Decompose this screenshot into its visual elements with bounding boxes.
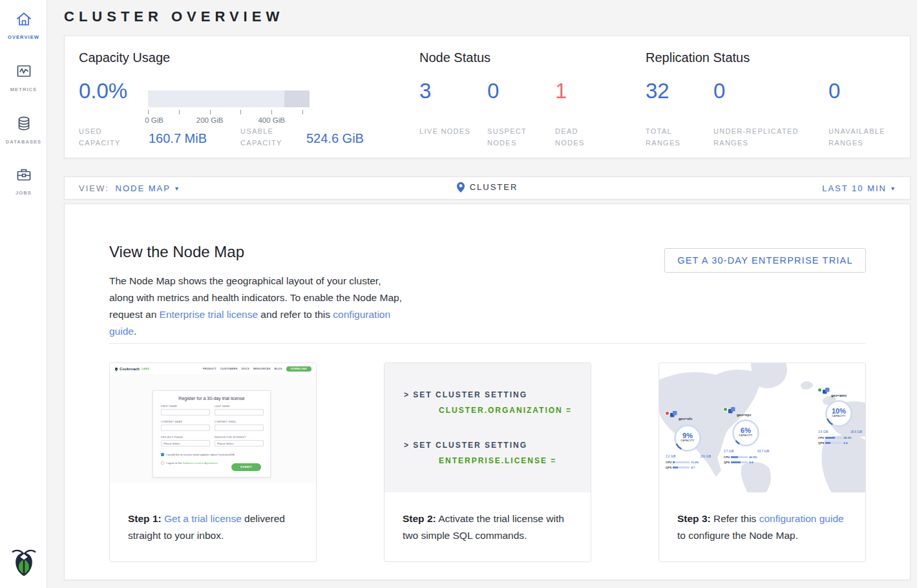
- replication-status-title: Replication Status: [646, 50, 750, 65]
- node-map-panel: View the Node Map The Node Map shows the…: [64, 204, 911, 580]
- breadcrumb: CLUSTER: [65, 182, 910, 194]
- brand-suffix: LABS: [142, 367, 149, 370]
- under-replicated-value: 0: [713, 79, 725, 103]
- view-label: VIEW:: [79, 184, 109, 193]
- node-status-title: Node Status: [419, 50, 490, 65]
- sidebar-item-metrics[interactable]: METRICS: [0, 62, 47, 92]
- capacity-gauge: 9%CAPACITY: [673, 424, 702, 452]
- dead-nodes-label: DEAD NODES: [555, 125, 607, 149]
- sidebar-item-databases[interactable]: DATABASES: [0, 114, 47, 145]
- live-nodes-label: LIVE NODES: [419, 125, 471, 137]
- breadcrumb-cluster[interactable]: CLUSTER: [457, 182, 518, 193]
- node-cubes-icon: [728, 407, 735, 414]
- mini-nav-item: BLOG: [275, 368, 282, 370]
- view-bar: VIEW: NODE MAP ▾ CLUSTER LAST 10 MIN ▾: [64, 176, 911, 200]
- cockroachdb-logo[interactable]: [0, 548, 47, 579]
- gauge-label: CAPACITY: [732, 434, 760, 437]
- capacity-total: 101 GiB: [700, 455, 711, 458]
- locality-name: geo=ams: [831, 394, 847, 397]
- usable-capacity-label: USABLE CAPACITY: [240, 125, 299, 149]
- mini-nav-item: RESOURCES: [253, 368, 271, 370]
- get-trial-license-link[interactable]: Get a trial license: [164, 513, 242, 524]
- mini-checkbox-label: I would like to receive email updates ab…: [166, 453, 235, 456]
- node-map-title: View the Node Map: [109, 243, 244, 261]
- gauge-percent: 9%: [673, 432, 702, 439]
- sql-line: ENTERPRISE.LICENSE =: [439, 456, 556, 465]
- time-range-dropdown[interactable]: LAST 10 MIN ▾: [822, 184, 896, 193]
- mini-select: Please Select: [215, 440, 264, 446]
- home-icon: [15, 19, 33, 30]
- step1-caption: Step 1: Get a trial license delivered st…: [128, 510, 304, 544]
- sidebar-item-label: DATABASES: [0, 139, 47, 145]
- step-text: Refer this: [711, 513, 759, 524]
- description-text: .: [134, 326, 136, 337]
- sidebar: OVERVIEW METRICS DATABASES: [0, 0, 47, 588]
- page-title: CLUSTER OVERVIEW: [64, 8, 284, 25]
- qps-value: 8.8: [749, 461, 753, 464]
- capacity-usage-title: Capacity Usage: [79, 50, 170, 65]
- step-label: Step 2:: [403, 513, 436, 524]
- step2-card: > SET CLUSTER SETTING CLUSTER.ORGANIZATI…: [384, 362, 591, 562]
- status-dot-green: [724, 408, 727, 411]
- enterprise-trial-license-link[interactable]: Enterprise trial license: [160, 309, 258, 320]
- step-label: Step 3:: [677, 513, 711, 524]
- capacity-total: 63.7 GiB: [757, 450, 769, 453]
- mini-select: Please Select: [161, 440, 210, 446]
- sql-code-block: > SET CLUSTER SETTING CLUSTER.ORGANIZATI…: [385, 363, 591, 492]
- capacity-axis-labels: 0 GiB 200 GiB 400 GiB: [148, 116, 302, 125]
- description-text: and refer to this: [258, 309, 333, 320]
- checkbox-icon: [161, 461, 164, 465]
- sidebar-item-jobs[interactable]: JOBS: [0, 165, 47, 196]
- mini-download-button: DOWNLOAD: [286, 366, 311, 372]
- status-dot-green: [818, 388, 821, 392]
- checkbox-checked-icon: [161, 453, 164, 456]
- suspect-nodes-label: SUSPECT NODES: [487, 125, 539, 149]
- locality-ams: geo=ams1 Node 10%CAPACITY 3.6 GiB36.6 Gi…: [818, 388, 865, 411]
- mini-site-links: PRODUCT CUSTOMERS DOCS RESOURCES BLOG DO…: [203, 366, 311, 372]
- cpu-value: 42.5%: [749, 456, 757, 459]
- node-map-description: The Node Map shows the geographical layo…: [109, 273, 405, 340]
- mini-nav-item: CUSTOMERS: [220, 368, 238, 370]
- suspect-nodes-value: 0: [487, 79, 499, 103]
- dead-nodes-value: 1: [555, 79, 567, 103]
- briefcase-icon: [15, 174, 33, 185]
- mini-nav-item: DOCS: [242, 368, 249, 370]
- capacity-bar: [148, 90, 310, 107]
- mini-field-label: LAST NAME: [215, 405, 264, 408]
- brand-text: Cockroach: [120, 367, 140, 371]
- qps-bar: [673, 467, 690, 469]
- usable-capacity-value: 524.6 GiB: [306, 131, 364, 146]
- locality-name: geo=sfo: [679, 417, 692, 421]
- node-cubes-icon: [670, 411, 677, 418]
- mini-cockroach-labs-logo: CockroachLABS: [114, 366, 149, 372]
- qps-value: 4.4: [843, 441, 847, 445]
- sidebar-item-label: OVERVIEW: [0, 34, 47, 40]
- unavailable-ranges-label: UNAVAILABLE RANGES: [828, 125, 900, 149]
- view-selector-dropdown[interactable]: NODE MAP ▾: [116, 184, 180, 193]
- status-dot-red: [666, 412, 669, 415]
- chevron-down-icon: ▾: [891, 185, 896, 192]
- node-cubes-icon: [823, 388, 830, 395]
- step-label: Step 1:: [128, 513, 162, 524]
- cpu-label: CPU: [666, 461, 671, 464]
- main-content: CLUSTER OVERVIEW Capacity Usage 0.0% 0 G…: [47, 0, 917, 588]
- used-capacity-label: USED CAPACITY: [79, 125, 131, 149]
- axis-label: 0 GiB: [145, 116, 163, 124]
- step3-card: geo=sfo2 Nodes 9%CAPACITY 3.2 GiB101 GiB…: [659, 362, 866, 562]
- configuration-guide-link[interactable]: configuration guide: [759, 513, 844, 524]
- capacity-axis-ticks: [148, 110, 302, 114]
- qps-label: QPS: [666, 466, 671, 469]
- gauge-label: CAPACITY: [673, 439, 702, 442]
- gauge-label: CAPACITY: [825, 415, 853, 417]
- sql-line: > SET CLUSTER SETTING: [404, 390, 527, 399]
- cpu-value: 58.3%: [843, 436, 851, 439]
- step1-card: CockroachLABS PRODUCT CUSTOMERS DOCS RES…: [109, 362, 317, 562]
- enterprise-trial-button[interactable]: GET A 30-DAY ENTERPRISE TRIAL: [664, 248, 866, 273]
- axis-label: 400 GiB: [258, 116, 285, 124]
- cpu-label: CPU: [724, 456, 730, 459]
- cpu-bar: [825, 437, 842, 439]
- mini-field-label: COMPANY EMAIL: [215, 421, 264, 423]
- capacity-percent: 0.0%: [79, 79, 127, 103]
- metrics-icon: [15, 71, 33, 82]
- sidebar-item-overview[interactable]: OVERVIEW: [0, 10, 47, 40]
